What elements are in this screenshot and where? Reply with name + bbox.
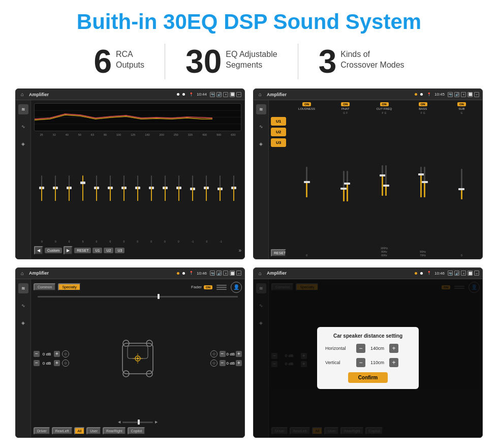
loudness-on-btn[interactable]: ON [302, 102, 311, 106]
fader-rearright-btn[interactable]: RearRight [103, 427, 126, 435]
eq-graph [34, 103, 241, 131]
eq-u3-btn[interactable]: U3 [115, 248, 124, 253]
fader-common-tab[interactable]: Common [34, 283, 56, 291]
close-icon[interactable]: ✕ [223, 92, 228, 97]
xover-speaker-icon[interactable]: ◈ [256, 139, 266, 149]
fader-plus-4[interactable]: + [236, 360, 242, 366]
eq-u1-btn[interactable]: U1 [92, 248, 102, 253]
fader-h-slider[interactable] [38, 296, 238, 297]
phat-on-btn[interactable]: ON [341, 102, 350, 106]
eq-slider-7[interactable] [117, 171, 130, 204]
eq-u2-btn[interactable]: U2 [104, 248, 113, 253]
fader-plus-1[interactable]: + [54, 351, 60, 357]
cutfreq-slider[interactable] [365, 115, 402, 245]
fader-topbar: ⌂ Amplifier 📍 10:46 📷 🔊 ✕ ⬜ ↩ [16, 268, 244, 279]
sub-on-btn[interactable]: ON [457, 102, 466, 106]
close-icon-4[interactable]: ✕ [461, 271, 466, 276]
eq-time: 10:44 [197, 92, 207, 97]
stats-row: 6 RCAOutputs 30 EQ AdjustableSegments 3 … [15, 44, 483, 79]
eq-slider-5[interactable] [90, 171, 103, 204]
fader-all-btn[interactable]: All [74, 427, 85, 435]
fader-rearleft-btn[interactable]: RearLeft [52, 427, 73, 435]
wave-icon[interactable]: ∿ [18, 122, 28, 132]
xover-cutfreq: ON CUT FREQ F G 100Hz [365, 102, 402, 256]
dialog-vertical-minus[interactable]: − [356, 358, 365, 367]
bass-slider[interactable] [404, 115, 442, 249]
fader-speaker-icon[interactable]: ◈ [18, 318, 28, 328]
xover-reset-btn[interactable]: RESET [271, 249, 286, 257]
eq-custom-btn[interactable]: Custom [45, 248, 62, 253]
dialog-horizontal-row: Horizontal − 140cm + [325, 344, 411, 353]
speaker-icon[interactable]: ◈ [18, 139, 28, 149]
xover-channels: ON LOUDNESS 0 ON PHAT G [288, 102, 480, 256]
home-icon[interactable]: ⌂ [19, 91, 26, 98]
fader-v-slider[interactable] [122, 422, 153, 423]
fader-eq-icon[interactable]: ≋ [18, 283, 28, 293]
bass-on-btn[interactable]: ON [419, 102, 427, 106]
dialog-horizontal-plus[interactable]: + [389, 344, 398, 353]
confirm-button[interactable]: Confirm [348, 372, 388, 383]
eq-slider-15[interactable] [228, 171, 240, 204]
eq-prev-btn[interactable]: ◀ [34, 246, 43, 255]
fader-on-btn[interactable]: ON [204, 285, 212, 289]
stat-rca-number: 6 [94, 45, 112, 78]
home-icon-2[interactable]: ⌂ [257, 91, 264, 98]
xover-phat: ON PHAT G F [327, 102, 364, 256]
phat-label: PHAT [341, 107, 350, 110]
eq-icon[interactable]: ≋ [18, 104, 28, 114]
sub-label: SUB [458, 107, 464, 110]
xover-bass: ON BASS F G 90Hz [404, 102, 442, 256]
eq-slider-12[interactable] [186, 171, 199, 204]
eq-slider-11[interactable] [173, 171, 185, 204]
xover-u1-btn[interactable]: U1 [271, 117, 286, 126]
fader-topbar-icons: 📷 🔊 ✕ ⬜ ↩ [210, 271, 241, 276]
dialog-horizontal-minus[interactable]: − [356, 344, 365, 353]
fader-v-area: ◀ ▶ [34, 420, 242, 424]
eq-next-btn[interactable]: ▶ [64, 246, 73, 255]
back-icon-3[interactable]: ↩ [236, 271, 241, 276]
xover-u2-btn[interactable]: U2 [271, 128, 286, 136]
eq-slider-4[interactable] [76, 171, 89, 204]
close-icon-3[interactable]: ✕ [223, 271, 228, 276]
eq-slider-3[interactable] [63, 171, 75, 204]
eq-slider-2[interactable] [49, 171, 61, 204]
fader-minus-3[interactable]: − [220, 351, 226, 357]
sub-slider[interactable] [443, 115, 480, 252]
fader-user-btn[interactable]: User [86, 427, 101, 435]
cutfreq-on-btn[interactable]: ON [380, 102, 389, 106]
fader-copilot-btn[interactable]: Copilot [128, 427, 146, 435]
fader-minus-4[interactable]: − [220, 360, 226, 366]
xover-u3-btn[interactable]: U3 [271, 138, 286, 147]
back-icon-4[interactable]: ↩ [474, 271, 479, 276]
fader-plus-3[interactable]: + [236, 351, 242, 357]
fader-driver-btn[interactable]: Driver [34, 427, 50, 435]
eq-slider-14[interactable] [214, 171, 227, 204]
back-icon-2[interactable]: ↩ [474, 92, 479, 97]
eq-slider-6[interactable] [104, 171, 116, 204]
home-icon-4[interactable]: ⌂ [257, 270, 264, 277]
eq-slider-13[interactable] [200, 171, 213, 204]
fader-plus-2[interactable]: + [54, 360, 60, 366]
eq-slider-10[interactable] [159, 171, 172, 204]
xover-wave-icon[interactable]: ∿ [256, 122, 266, 132]
phat-slider[interactable] [327, 115, 364, 256]
fader-wave-icon[interactable]: ∿ [18, 301, 28, 311]
eq-reset-btn[interactable]: RESET [74, 248, 91, 253]
fader-minus-1[interactable]: − [34, 351, 40, 357]
fader-minus-2[interactable]: − [34, 360, 40, 366]
close-icon-2[interactable]: ✕ [461, 92, 466, 97]
back-icon[interactable]: ↩ [236, 92, 241, 97]
xover-eq-icon[interactable]: ≋ [256, 104, 266, 114]
status-dot-4 [420, 93, 423, 96]
loudness-slider[interactable] [288, 111, 325, 252]
fader-specialty-tab[interactable]: Specialty [58, 283, 80, 291]
distance-dialog: Car speaker distance setting Horizontal … [317, 327, 419, 389]
location-icon-2: 📍 [427, 93, 431, 97]
speaker-right-front: ◎ [210, 350, 217, 357]
eq-slider-9[interactable] [145, 171, 158, 204]
camera-icon-4: 📷 [448, 271, 453, 276]
dialog-vertical-plus[interactable]: + [389, 358, 398, 367]
eq-slider-1[interactable] [35, 171, 48, 204]
home-icon-3[interactable]: ⌂ [19, 270, 26, 277]
eq-slider-8[interactable] [131, 171, 144, 204]
